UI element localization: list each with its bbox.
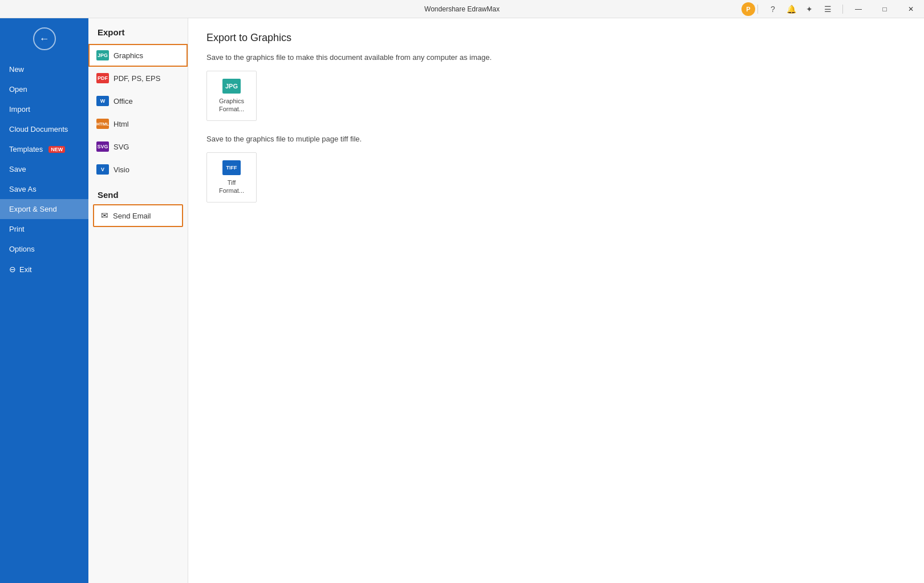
sidebar-item-options-label: Options	[9, 245, 35, 253]
sidebar-item-import-label: Import	[9, 105, 30, 114]
settings-icon[interactable]: ✦	[801, 1, 817, 17]
send-email-icon: ✉	[101, 210, 108, 221]
sidebar-item-exit-label: Exit	[19, 265, 32, 274]
export-menu-pdf[interactable]: PDF PDF, PS, EPS	[88, 67, 188, 90]
tiff-format-card[interactable]: TIFF TiffFormat...	[206, 152, 257, 203]
visio-format-icon: V	[96, 164, 109, 175]
svg-label: SVG	[114, 143, 129, 151]
titlebar-divider	[757, 5, 758, 14]
notification-icon[interactable]: 🔔	[783, 1, 799, 17]
titlebar-icon-group: ? 🔔 ✦ ☰	[760, 1, 840, 17]
format-cards-section1: JPG GraphicsFormat...	[206, 71, 906, 121]
graphics-format-card[interactable]: JPG GraphicsFormat...	[206, 71, 257, 121]
sidebar-item-open[interactable]: Open	[0, 79, 88, 99]
office-label: Office	[114, 97, 133, 106]
sidebar-item-export[interactable]: Export & Send	[0, 199, 88, 219]
titlebar-divider2	[842, 5, 843, 14]
sidebar-item-saveas-label: Save As	[9, 185, 37, 193]
titlebar: Wondershare EdrawMax P ? 🔔 ✦ ☰ — □ ✕	[0, 0, 924, 18]
sidebar-item-new[interactable]: New	[0, 59, 88, 79]
app-title: Wondershare EdrawMax	[424, 5, 500, 13]
templates-new-badge: NEW	[48, 146, 65, 153]
titlebar-controls: P ? 🔔 ✦ ☰ — □ ✕	[741, 0, 924, 18]
sidebar-item-saveas[interactable]: Save As	[0, 179, 88, 199]
svg-format-icon: SVG	[96, 141, 109, 152]
send-email-label: Send Email	[113, 212, 151, 220]
sidebar-item-print[interactable]: Print	[0, 219, 88, 239]
section2-description: Save to the graphics file to mutiple pag…	[206, 135, 906, 143]
section1-description: Save to the graphics file to make this d…	[206, 53, 906, 62]
sidebar-item-templates-label: Templates	[9, 145, 43, 153]
minimize-button[interactable]: —	[845, 0, 872, 18]
export-menu-graphics[interactable]: JPG Graphics	[88, 44, 188, 67]
graphics-label: Graphics	[114, 51, 143, 60]
export-menu-visio[interactable]: V Visio	[88, 158, 188, 181]
tiff-card-label: TiffFormat...	[219, 179, 244, 195]
export-panel: Export JPG Graphics PDF PDF, PS, EPS W O…	[88, 18, 188, 583]
pdf-label: PDF, PS, EPS	[114, 74, 160, 83]
profile-avatar[interactable]: P	[741, 2, 755, 16]
sidebar-item-save[interactable]: Save	[0, 159, 88, 179]
sidebar-item-new-label: New	[9, 65, 24, 74]
export-menu-svg[interactable]: SVG SVG	[88, 135, 188, 158]
pdf-format-icon: PDF	[96, 73, 109, 83]
maximize-button[interactable]: □	[872, 0, 898, 18]
back-button[interactable]: ←	[33, 27, 56, 50]
sidebar-item-open-label: Open	[9, 85, 27, 94]
sidebar-item-print-label: Print	[9, 225, 25, 233]
sidebar-item-export-label: Export & Send	[9, 205, 57, 213]
jpg-card-icon: JPG	[222, 79, 241, 94]
sidebar-item-cloud[interactable]: Cloud Documents	[0, 119, 88, 139]
sidebar-item-cloud-label: Cloud Documents	[9, 125, 68, 133]
close-button[interactable]: ✕	[898, 0, 924, 18]
visio-label: Visio	[114, 165, 129, 174]
html-label: Html	[114, 120, 129, 128]
sidebar-item-templates[interactable]: Templates NEW	[0, 139, 88, 159]
sidebar-item-exit[interactable]: ⊖ Exit	[0, 259, 88, 280]
tiff-card-icon: TIFF	[222, 160, 241, 175]
export-panel-title: Export	[88, 27, 188, 44]
exit-icon: ⊖	[9, 265, 16, 274]
sidebar: ← New Open Import Cloud Documents Templa…	[0, 18, 88, 583]
graphics-format-icon: JPG	[96, 50, 109, 60]
export-menu-office[interactable]: W Office	[88, 90, 188, 112]
main-content: Export to Graphics Save to the graphics …	[188, 18, 924, 583]
html-format-icon: HTML	[96, 119, 109, 129]
export-menu-html[interactable]: HTML Html	[88, 112, 188, 135]
jpg-card-label: GraphicsFormat...	[219, 97, 244, 114]
sidebar-item-save-label: Save	[9, 165, 26, 173]
sidebar-item-options[interactable]: Options	[0, 239, 88, 259]
office-format-icon: W	[96, 96, 109, 106]
send-section-title: Send	[88, 181, 188, 204]
user-menu-icon[interactable]: ☰	[820, 1, 836, 17]
send-email-button[interactable]: ✉ Send Email	[93, 204, 183, 227]
main-section-title: Export to Graphics	[206, 32, 906, 44]
help-icon[interactable]: ?	[765, 1, 781, 17]
format-cards-section2: TIFF TiffFormat...	[206, 152, 906, 203]
app-body: ← New Open Import Cloud Documents Templa…	[0, 18, 924, 583]
sidebar-item-import[interactable]: Import	[0, 99, 88, 119]
